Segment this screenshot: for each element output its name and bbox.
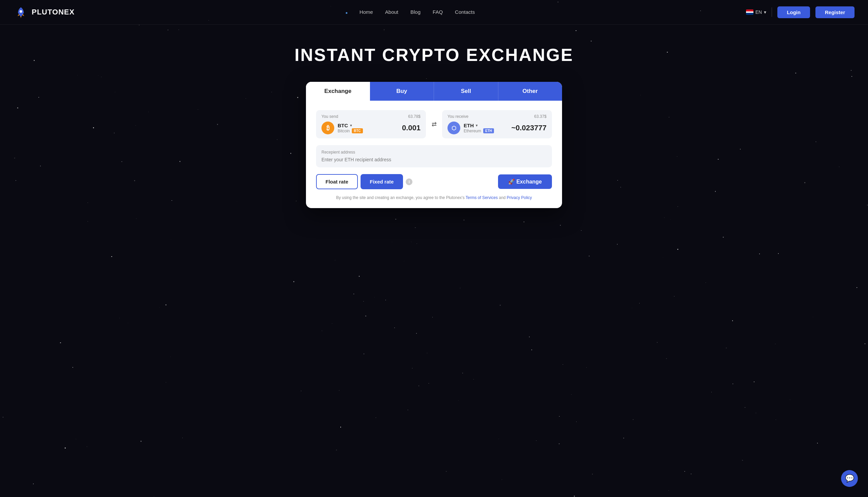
svg-point-1 — [19, 10, 22, 13]
login-button[interactable]: Login — [777, 6, 810, 18]
rate-row: Float rate Fixed rate i 🚀 Exchange — [316, 174, 552, 189]
tab-bar: Exchange Buy Sell Other — [306, 82, 562, 101]
terms-prefix: By using the site and creating an exchan… — [336, 195, 464, 200]
receive-usd: 63.37$ — [534, 114, 547, 119]
tab-buy[interactable]: Buy — [370, 82, 434, 101]
recipient-input[interactable] — [321, 157, 547, 162]
send-coin-row: ₿ BTC ▾ Bitcoin BTC — [321, 122, 421, 134]
send-label: You send — [321, 114, 338, 119]
receive-coin-symbol: ETH — [464, 123, 474, 128]
btc-badge: BTC — [352, 128, 363, 133]
send-coin-details: BTC ▾ Bitcoin BTC — [337, 123, 363, 133]
nav-contacts[interactable]: Contacts — [455, 9, 475, 15]
recipient-box: Recepient address — [316, 145, 552, 167]
info-icon[interactable]: i — [406, 179, 412, 185]
recipient-label: Recepient address — [321, 150, 547, 155]
language-label: EN — [756, 10, 762, 15]
nav-blog[interactable]: Blog — [410, 9, 421, 15]
send-coin-symbol: BTC — [337, 123, 348, 128]
nav-about[interactable]: About — [385, 9, 398, 15]
nav-home[interactable]: Home — [360, 9, 373, 15]
send-amount[interactable]: 0.001 — [402, 124, 421, 132]
receive-coin-chevron: ▾ — [476, 124, 478, 127]
rate-left: Float rate Fixed rate i — [316, 174, 412, 189]
nav-divider — [772, 8, 772, 17]
send-usd: 63.78$ — [408, 114, 421, 119]
send-coin-chevron: ▾ — [350, 124, 352, 127]
receive-label-row: You receive 63.37$ — [447, 114, 547, 119]
receive-coin-name-row[interactable]: ETH ▾ — [464, 123, 494, 128]
receive-box: You receive 63.37$ ⬡ ETH ▾ — [442, 110, 552, 138]
send-coin-name-row[interactable]: BTC ▾ — [337, 123, 363, 128]
send-box: You send 63.78$ ₿ BTC ▾ — [316, 110, 426, 138]
receive-coin-details: ETH ▾ Ethereum ETH — [464, 123, 494, 133]
fixed-rate-button[interactable]: Fixed rate — [360, 174, 403, 189]
send-coin-info: ₿ BTC ▾ Bitcoin BTC — [321, 122, 363, 134]
exchange-card: Exchange Buy Sell Other You send 63.78$ … — [306, 82, 562, 208]
receive-coin-row: ⬡ ETH ▾ Ethereum ETH — [447, 122, 547, 134]
send-coin-full: Bitcoin BTC — [337, 128, 363, 133]
tab-sell[interactable]: Sell — [434, 82, 498, 101]
card-body: You send 63.78$ ₿ BTC ▾ — [306, 101, 562, 208]
terms-of-service-link[interactable]: Terms of Services — [466, 195, 498, 200]
logo[interactable]: PLUTONEX — [13, 5, 74, 19]
eth-badge: ETH — [483, 128, 494, 133]
swap-icon[interactable]: ⇄ — [428, 118, 440, 130]
main-content: INSTANT CRYPTO EXCHANGE Exchange Buy Sel… — [0, 25, 868, 208]
rocket-icon — [13, 5, 28, 19]
nav-right: EN ▾ Login Register — [746, 6, 855, 18]
language-selector[interactable]: EN ▾ — [746, 10, 766, 15]
receive-amount: ~0.023777 — [511, 124, 547, 132]
float-rate-button[interactable]: Float rate — [316, 174, 358, 189]
exchange-button[interactable]: 🚀 Exchange — [498, 174, 552, 189]
receive-coin-full: Ethereum ETH — [464, 128, 494, 133]
receive-coin-info: ⬡ ETH ▾ Ethereum ETH — [447, 122, 494, 134]
chat-button[interactable]: 💬 — [841, 470, 858, 487]
tab-other[interactable]: Other — [498, 82, 562, 101]
chevron-down-icon: ▾ — [764, 10, 766, 15]
nav-links: Home About Blog FAQ Contacts — [346, 9, 475, 15]
flag-icon — [746, 10, 754, 15]
eth-icon: ⬡ — [447, 122, 460, 134]
terms-and: and — [499, 195, 506, 200]
register-button[interactable]: Register — [815, 6, 855, 18]
nav-dot — [346, 12, 347, 14]
hero-title: INSTANT CRYPTO EXCHANGE — [294, 45, 574, 65]
navbar: PLUTONEX Home About Blog FAQ Contacts EN… — [0, 0, 868, 25]
terms-text: By using the site and creating an exchan… — [316, 195, 552, 200]
btc-icon: ₿ — [321, 122, 334, 134]
send-label-row: You send 63.78$ — [321, 114, 421, 119]
chat-icon: 💬 — [845, 474, 854, 483]
tab-exchange[interactable]: Exchange — [306, 82, 370, 101]
nav-faq[interactable]: FAQ — [433, 9, 443, 15]
exchange-inputs-row: You send 63.78$ ₿ BTC ▾ — [316, 110, 552, 138]
privacy-policy-link[interactable]: Privacy Policy — [507, 195, 532, 200]
receive-label: You receive — [447, 114, 468, 119]
brand-name: PLUTONEX — [32, 8, 74, 16]
